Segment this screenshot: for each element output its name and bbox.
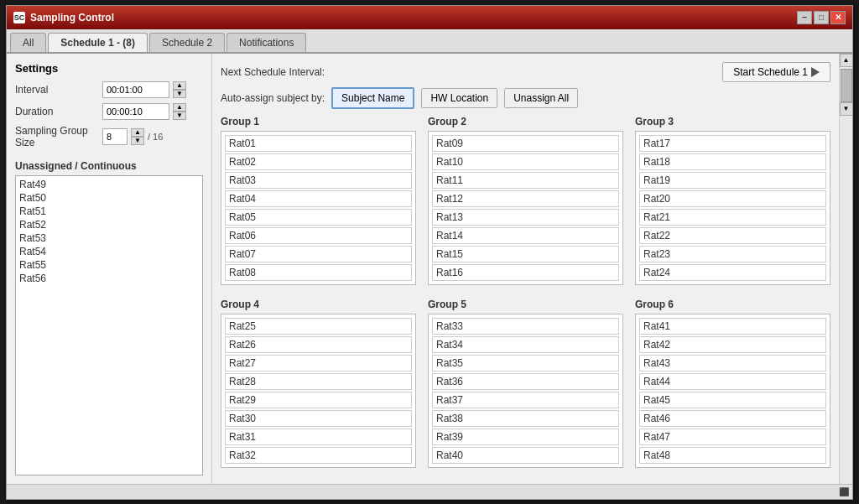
group-list-2: Rat09Rat10Rat11Rat12Rat13Rat14Rat15Rat16 [428, 131, 623, 285]
group-item[interactable]: Rat04 [225, 190, 412, 207]
group-item[interactable]: Rat18 [639, 153, 826, 170]
duration-row: Duration ▲ ▼ [15, 103, 203, 120]
close-button[interactable]: ✕ [830, 11, 846, 24]
group-item[interactable]: Rat14 [432, 227, 619, 244]
group-item[interactable]: Rat24 [639, 264, 826, 281]
unassigned-item[interactable]: Rat51 [19, 205, 199, 218]
unassigned-item[interactable]: Rat50 [19, 191, 199, 205]
group-block-4: Group 4Rat25Rat26Rat27Rat28Rat29Rat30Rat… [221, 299, 416, 468]
group-item[interactable]: Rat17 [639, 135, 826, 152]
group-item[interactable]: Rat16 [432, 264, 619, 281]
assign-by-hw-location-button[interactable]: HW Location [421, 88, 497, 108]
group-item[interactable]: Rat34 [432, 336, 619, 353]
group-item[interactable]: Rat30 [225, 410, 412, 427]
group-item[interactable]: Rat38 [432, 410, 619, 427]
group-size-down[interactable]: ▼ [131, 137, 144, 145]
group-item[interactable]: Rat23 [639, 246, 826, 262]
group-item[interactable]: Rat39 [432, 429, 619, 445]
start-schedule-label: Start Schedule 1 [733, 66, 808, 78]
assign-by-subject-name-button[interactable]: Subject Name [331, 87, 414, 109]
group-item[interactable]: Rat12 [432, 190, 619, 207]
group-item[interactable]: Rat43 [639, 355, 826, 372]
interval-input[interactable] [102, 81, 169, 98]
minimize-button[interactable]: – [797, 11, 812, 24]
group-item[interactable]: Rat45 [639, 392, 826, 408]
scroll-up-button[interactable]: ▲ [840, 54, 853, 67]
group-item[interactable]: Rat08 [225, 264, 412, 281]
group-item[interactable]: Rat05 [225, 209, 412, 226]
tab-schedule2[interactable]: Schedule 2 [149, 33, 225, 52]
unassigned-list: Rat49Rat50Rat51Rat52Rat53Rat54Rat55Rat56 [15, 175, 203, 475]
group-size-input[interactable] [102, 128, 128, 145]
app-icon: SC [13, 12, 25, 23]
duration-label: Duration [15, 106, 99, 117]
group-item[interactable]: Rat47 [639, 429, 826, 445]
duration-down[interactable]: ▼ [173, 112, 186, 120]
group-item[interactable]: Rat27 [225, 355, 412, 372]
start-schedule-button[interactable]: Start Schedule 1 [722, 62, 830, 82]
group-list-4: Rat25Rat26Rat27Rat28Rat29Rat30Rat31Rat32 [221, 314, 416, 468]
duration-spinner: ▲ ▼ [173, 103, 186, 120]
group-block-5: Group 5Rat33Rat34Rat35Rat36Rat37Rat38Rat… [428, 299, 623, 468]
duration-input[interactable] [102, 103, 169, 120]
unassigned-item[interactable]: Rat56 [19, 272, 199, 285]
group-item[interactable]: Rat25 [225, 318, 412, 335]
status-icon: ⬛ [839, 487, 849, 496]
group-size-label: Sampling Group Size [15, 125, 99, 148]
group-item[interactable]: Rat28 [225, 373, 412, 390]
main-window: SC Sampling Control – □ ✕ All Schedule 1… [6, 5, 853, 500]
scroll-thumb[interactable] [841, 69, 852, 102]
interval-row: Interval ▲ ▼ [15, 81, 203, 98]
settings-title: Settings [15, 62, 203, 75]
group-size-up[interactable]: ▲ [131, 128, 144, 137]
group-item[interactable]: Rat31 [225, 429, 412, 445]
maximize-button[interactable]: □ [814, 11, 829, 24]
group-item[interactable]: Rat40 [432, 447, 619, 464]
group-item[interactable]: Rat13 [432, 209, 619, 226]
group-item[interactable]: Rat33 [432, 318, 619, 335]
tab-schedule1[interactable]: Schedule 1 - (8) [48, 33, 148, 52]
group-item[interactable]: Rat42 [639, 336, 826, 353]
group-item[interactable]: Rat36 [432, 373, 619, 390]
group-size-max: / 16 [148, 132, 163, 142]
group-item[interactable]: Rat09 [432, 135, 619, 152]
tab-all[interactable]: All [10, 33, 46, 52]
unassigned-item[interactable]: Rat52 [19, 218, 199, 231]
group-item[interactable]: Rat29 [225, 392, 412, 408]
group-item[interactable]: Rat15 [432, 246, 619, 262]
duration-up[interactable]: ▲ [173, 103, 186, 112]
group-list-6: Rat41Rat42Rat43Rat44Rat45Rat46Rat47Rat48 [635, 314, 830, 468]
tab-notifications[interactable]: Notifications [226, 33, 306, 52]
group-item[interactable]: Rat22 [639, 227, 826, 244]
unassigned-item[interactable]: Rat53 [19, 231, 199, 245]
group-item[interactable]: Rat19 [639, 172, 826, 189]
main-content: Settings Interval ▲ ▼ Duration ▲ ▼ [7, 54, 852, 484]
group-item[interactable]: Rat01 [225, 135, 412, 152]
scroll-down-button[interactable]: ▼ [840, 102, 853, 116]
group-item[interactable]: Rat44 [639, 373, 826, 390]
group-item[interactable]: Rat03 [225, 172, 412, 189]
assign-row: Auto-assign subject by: Subject Name HW … [212, 87, 839, 116]
interval-down[interactable]: ▼ [173, 90, 186, 98]
group-list-3: Rat17Rat18Rat19Rat20Rat21Rat22Rat23Rat24 [635, 131, 830, 285]
group-item[interactable]: Rat26 [225, 336, 412, 353]
group-item[interactable]: Rat41 [639, 318, 826, 335]
unassign-all-button[interactable]: Unassign All [504, 88, 578, 108]
group-item[interactable]: Rat20 [639, 190, 826, 207]
group-item[interactable]: Rat06 [225, 227, 412, 244]
group-item[interactable]: Rat11 [432, 172, 619, 189]
unassigned-item[interactable]: Rat49 [19, 178, 199, 191]
group-item[interactable]: Rat37 [432, 392, 619, 408]
group-item[interactable]: Rat35 [432, 355, 619, 372]
group-item[interactable]: Rat02 [225, 153, 412, 170]
group-item[interactable]: Rat32 [225, 447, 412, 464]
group-item[interactable]: Rat48 [639, 447, 826, 464]
group-item[interactable]: Rat21 [639, 209, 826, 226]
group-item[interactable]: Rat10 [432, 153, 619, 170]
group-list-5: Rat33Rat34Rat35Rat36Rat37Rat38Rat39Rat40 [428, 314, 623, 468]
unassigned-item[interactable]: Rat54 [19, 245, 199, 258]
interval-up[interactable]: ▲ [173, 81, 186, 90]
unassigned-item[interactable]: Rat55 [19, 258, 199, 272]
group-item[interactable]: Rat46 [639, 410, 826, 427]
group-item[interactable]: Rat07 [225, 246, 412, 262]
